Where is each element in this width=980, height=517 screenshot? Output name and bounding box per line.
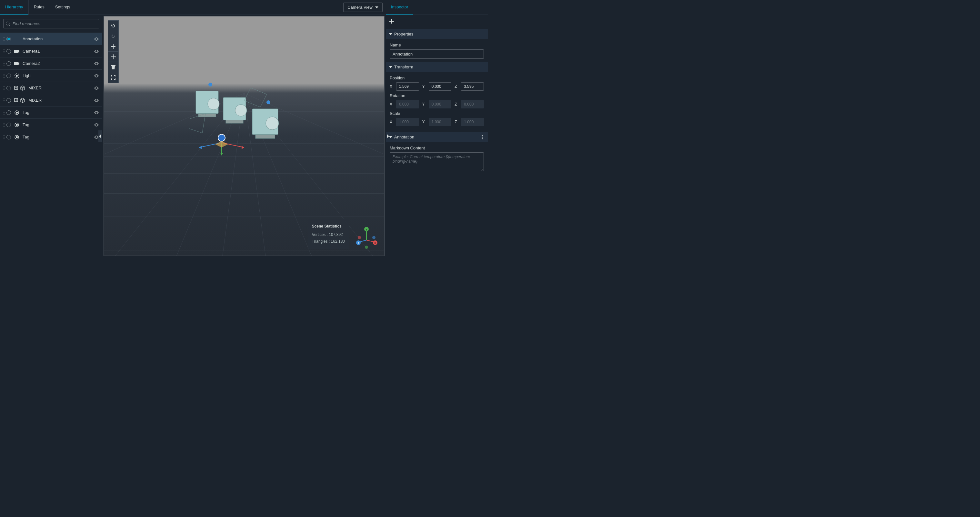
- visibility-icon[interactable]: [94, 73, 99, 78]
- svg-point-61: [3, 123, 4, 124]
- section-transform-header[interactable]: Transform: [386, 62, 488, 72]
- tab-settings[interactable]: Settings: [50, 0, 75, 14]
- svg-point-63: [3, 124, 4, 125]
- scale-z-input[interactable]: [461, 118, 484, 126]
- rotation-z-input[interactable]: [461, 100, 484, 109]
- rotation-x-input[interactable]: [396, 100, 419, 109]
- scale-y-input[interactable]: [429, 118, 452, 126]
- redo-button[interactable]: [108, 31, 118, 41]
- select-radio[interactable]: [6, 135, 11, 139]
- tab-rules[interactable]: Rules: [29, 0, 50, 14]
- rotation-y-input[interactable]: [429, 100, 452, 109]
- hierarchy-item[interactable]: Light: [0, 69, 102, 81]
- section-annotation-body: Markdown Content: [386, 142, 488, 175]
- drag-handle-icon[interactable]: [3, 123, 5, 127]
- kebab-icon[interactable]: [480, 135, 485, 139]
- svg-point-8: [3, 51, 4, 52]
- svg-point-38: [5, 88, 5, 88]
- scale-x-input[interactable]: [396, 118, 419, 126]
- tab-hierarchy[interactable]: Hierarchy: [0, 0, 29, 14]
- markdown-label: Markdown Content: [390, 145, 484, 150]
- drag-handle-icon[interactable]: [3, 61, 5, 66]
- section-annotation-header[interactable]: Annotation: [386, 132, 488, 142]
- hierarchy-item[interactable]: Tag: [0, 106, 102, 118]
- add-button[interactable]: [108, 41, 118, 52]
- svg-text:x: x: [374, 241, 376, 244]
- drag-handle-icon[interactable]: [3, 73, 5, 78]
- expand-icon[interactable]: [14, 86, 19, 90]
- drag-handle-icon[interactable]: [3, 49, 5, 54]
- visibility-icon[interactable]: [94, 61, 99, 66]
- select-radio[interactable]: [6, 110, 11, 115]
- search-box: [3, 19, 99, 29]
- select-radio[interactable]: [6, 86, 11, 90]
- svg-point-107: [218, 134, 225, 141]
- search-input[interactable]: [3, 19, 99, 29]
- select-radio[interactable]: [6, 61, 11, 66]
- visibility-icon[interactable]: [94, 110, 99, 115]
- undo-button[interactable]: [108, 21, 118, 31]
- stats-triangles: Triangles : 162,180: [312, 238, 345, 245]
- visibility-icon[interactable]: [94, 49, 99, 54]
- visibility-icon[interactable]: [94, 86, 99, 91]
- svg-point-17: [3, 65, 4, 65]
- stats-vertices: Vertices : 107,892: [312, 231, 345, 238]
- visibility-icon[interactable]: [94, 37, 99, 41]
- section-annotation-label: Annotation: [394, 134, 414, 139]
- svg-point-21: [5, 74, 5, 75]
- move-tool-button[interactable]: [108, 52, 118, 62]
- hierarchy-item[interactable]: Annotation: [0, 33, 102, 45]
- select-radio[interactable]: [6, 37, 11, 41]
- hierarchy-item[interactable]: Tag: [0, 118, 102, 131]
- scene-objects: [189, 78, 299, 156]
- camera-icon: [14, 49, 19, 54]
- svg-point-70: [5, 135, 5, 136]
- drag-handle-icon[interactable]: [3, 135, 5, 139]
- select-radio[interactable]: [6, 98, 11, 103]
- fit-button[interactable]: [108, 72, 118, 83]
- left-tabs: Hierarchy Rules Settings: [0, 0, 102, 15]
- visibility-icon[interactable]: [94, 98, 99, 103]
- svg-point-9: [5, 51, 5, 52]
- caret-down-icon: [389, 33, 392, 36]
- svg-point-7: [5, 49, 5, 50]
- hierarchy-item[interactable]: Tag: [0, 131, 102, 143]
- hierarchy-item[interactable]: Camera2: [0, 57, 102, 69]
- collapse-right-button[interactable]: [386, 130, 390, 142]
- svg-line-93: [244, 93, 267, 256]
- drag-handle-icon[interactable]: [3, 98, 5, 103]
- select-radio[interactable]: [6, 49, 11, 54]
- axis-gizmo[interactable]: y x z: [355, 227, 378, 249]
- hierarchy-item[interactable]: MIXER: [0, 94, 102, 106]
- viewport-3d[interactable]: Scene Statistics Vertices : 107,892 Tria…: [103, 16, 385, 256]
- hierarchy-item[interactable]: Camera1: [0, 45, 102, 57]
- select-radio[interactable]: [6, 73, 11, 78]
- svg-rect-99: [223, 97, 246, 120]
- hierarchy-item[interactable]: MIXER: [0, 81, 102, 94]
- position-z-input[interactable]: [461, 82, 484, 91]
- markdown-textarea[interactable]: [390, 152, 484, 171]
- svg-point-127: [358, 236, 361, 239]
- position-y-input[interactable]: [429, 82, 452, 91]
- svg-line-94: [104, 93, 244, 183]
- section-properties-header[interactable]: Properties: [386, 29, 488, 39]
- camera-view-dropdown[interactable]: Camera View: [343, 3, 383, 12]
- drag-handle-icon[interactable]: [3, 86, 5, 90]
- add-component-button[interactable]: [389, 19, 394, 25]
- position-x-input[interactable]: [396, 82, 419, 91]
- drag-handle-icon[interactable]: [3, 110, 5, 115]
- name-input[interactable]: [390, 49, 484, 59]
- collapse-left-button[interactable]: [99, 130, 102, 142]
- svg-point-35: [3, 86, 4, 87]
- visibility-icon[interactable]: [94, 122, 99, 128]
- select-radio[interactable]: [6, 123, 11, 127]
- svg-point-11: [5, 53, 5, 53]
- drag-handle-icon[interactable]: [3, 37, 5, 41]
- tag-icon: [14, 122, 19, 128]
- tab-inspector[interactable]: Inspector: [386, 0, 413, 14]
- delete-button[interactable]: [108, 62, 118, 72]
- svg-line-31: [15, 74, 16, 75]
- expand-icon[interactable]: [14, 98, 19, 103]
- svg-point-40: [5, 89, 5, 90]
- svg-point-0: [3, 37, 4, 38]
